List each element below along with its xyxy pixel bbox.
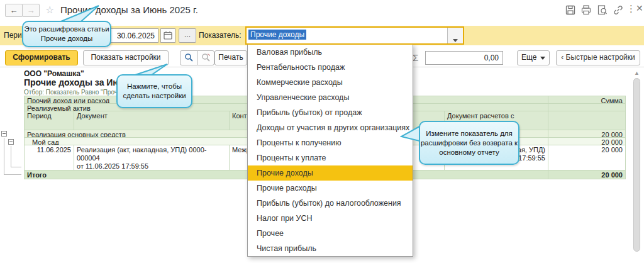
link-icon[interactable]: [613, 5, 623, 15]
print-icon[interactable]: [581, 5, 591, 15]
dropdown-item-selected[interactable]: Прочие доходы: [248, 165, 413, 181]
tree-guide-line: [4, 174, 21, 175]
header-sum[interactable]: Сумма: [548, 96, 626, 104]
chevron-down-icon: [453, 39, 458, 42]
tooltip-arrow: [400, 126, 420, 142]
collapse-group2-icon[interactable]: [8, 139, 14, 145]
detail-document[interactable]: Реализация (акт, накладная, УПД) 0000-00…: [74, 145, 230, 171]
period-choice-button[interactable]: ...: [179, 28, 196, 43]
calendar-button[interactable]: [160, 28, 175, 43]
dropdown-item[interactable]: Прочее: [248, 226, 413, 241]
indicator-dropdown-list: Валовая прибыль Рентабельность продаж Ко…: [247, 44, 413, 257]
more-actions-button[interactable]: Еще: [517, 50, 550, 65]
header-sum-spacer2: [548, 111, 626, 130]
scroll-up-icon[interactable]: ▲: [634, 70, 640, 76]
print-button[interactable]: Печать: [214, 50, 247, 65]
indicator-selected-text: Прочие доходы: [248, 30, 306, 40]
search-next-icon: [201, 53, 211, 62]
detail-period[interactable]: 11.06.2025: [24, 145, 74, 171]
search-next-button[interactable]: [197, 50, 214, 65]
indicator-label: Показатель:: [199, 31, 242, 40]
dropdown-item[interactable]: Управленческие расходы: [248, 90, 413, 105]
sigma-icon: Σ: [413, 52, 418, 63]
detail-sum[interactable]: 20 000: [548, 145, 626, 171]
dropdown-item[interactable]: Чистая прибыль: [248, 241, 413, 256]
group2-sum[interactable]: 20 000: [548, 138, 626, 145]
header-document[interactable]: Документ: [74, 111, 230, 130]
indicator-dropdown-button[interactable]: [448, 28, 463, 43]
tooltip-indicator-hint: Измените показатель для расшифровки без …: [419, 121, 519, 165]
quick-settings-button[interactable]: ‹ Быстрые настройки: [556, 50, 640, 65]
group1-sum[interactable]: 20 000: [548, 130, 626, 138]
report-organization: ООО "Ромашка": [24, 69, 84, 78]
dropdown-item[interactable]: Прибыль (убыток) от продаж: [248, 105, 413, 120]
favorite-star-icon[interactable]: ☆: [45, 4, 54, 16]
sum-field[interactable]: 0,00: [425, 51, 503, 65]
close-icon[interactable]: ✕: [636, 3, 643, 13]
tooltip-arrow: [60, 4, 104, 22]
forward-button[interactable]: →: [22, 4, 40, 17]
calendar-icon: [164, 31, 172, 40]
search-button[interactable]: [180, 50, 197, 65]
tooltip-period-explanation: Это расшифровка статьи Прочие доходы: [22, 21, 111, 47]
tooltip-settings-hint: Нажмите, чтобы сделать настройки: [116, 74, 192, 108]
preview-icon[interactable]: [597, 5, 608, 15]
generate-button[interactable]: Сформировать: [5, 50, 78, 65]
indicator-field[interactable]: Прочие доходы: [247, 28, 448, 43]
indicator-combobox[interactable]: Прочие доходы: [245, 26, 464, 45]
report-window: ← → ☆ Прочие доходы за Июнь 2025 г. ⋮ ✕ …: [0, 0, 644, 263]
dropdown-item[interactable]: Прибыль (убыток) до налогообложения: [248, 196, 413, 211]
dropdown-item[interactable]: Валовая прибыль: [248, 45, 413, 60]
chevron-down-icon: [540, 57, 545, 60]
tree-guide-line: [4, 138, 4, 175]
dropdown-item[interactable]: Налог при УСН: [248, 211, 413, 226]
total-sum: 20 000: [548, 171, 626, 179]
vertical-scrollbar[interactable]: [633, 78, 640, 252]
collapse-group1-icon[interactable]: [1, 131, 7, 137]
more-menu-icon[interactable]: ⋮: [626, 3, 636, 14]
dropdown-item[interactable]: Прочие расходы: [248, 181, 413, 196]
tree-guide-line: [11, 167, 21, 167]
header-sum-spacer: [548, 104, 626, 111]
dropdown-item[interactable]: Рентабельность продаж: [248, 60, 413, 75]
dropdown-item[interactable]: Доходы от участия в других организациях: [248, 120, 413, 135]
dropdown-item[interactable]: Проценты к получению: [248, 135, 413, 150]
tree-guide-line: [11, 146, 11, 167]
save-icon[interactable]: [565, 5, 575, 15]
header-period[interactable]: Период: [24, 111, 74, 130]
back-button[interactable]: ←: [5, 4, 23, 17]
dropdown-item[interactable]: Коммерческие расходы: [248, 75, 413, 90]
tooltip-arrow: [135, 64, 170, 76]
dropdown-item[interactable]: Проценты к уплате: [248, 150, 413, 165]
search-icon: [184, 53, 194, 62]
